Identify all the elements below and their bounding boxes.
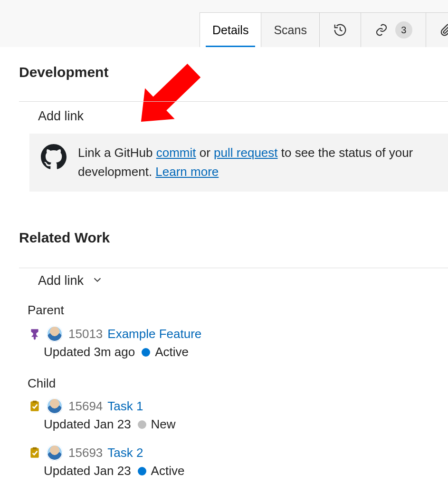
tab-details[interactable]: Details (200, 13, 261, 47)
svg-line-0 (153, 70, 194, 110)
github-icon (41, 144, 67, 172)
work-item-title[interactable]: Task 2 (107, 446, 143, 460)
updated-text: Updated Jan 23 (44, 417, 131, 432)
content-area: Development Add link Link a GitHub commi… (0, 47, 448, 504)
svg-marker-1 (126, 88, 175, 136)
avatar (47, 445, 63, 461)
links-count-badge: 3 (395, 21, 412, 39)
banner-text-1: Link a GitHub (78, 145, 156, 160)
link-commit[interactable]: commit (156, 145, 196, 160)
work-item-title[interactable]: Task 1 (107, 399, 143, 414)
task-icon (29, 400, 41, 412)
tab-attachments[interactable] (426, 13, 448, 47)
link-icon (374, 23, 389, 37)
development-add-link[interactable]: Add link (38, 109, 84, 124)
task-icon (29, 446, 41, 459)
related-item[interactable]: 15694 Task 1 Updated Jan 23 New (29, 398, 438, 432)
svg-rect-2 (30, 401, 38, 411)
github-banner-text: Link a GitHub commit or pull request to … (78, 143, 437, 181)
feature-icon (29, 328, 41, 340)
status-dot (138, 420, 146, 429)
avatar (47, 398, 63, 414)
related-item[interactable]: 15013 Example Feature Updated 3m ago Act… (29, 326, 438, 359)
link-group-parent: Parent (28, 303, 64, 318)
related-add-link-dropdown[interactable]: Add link (38, 273, 103, 288)
tab-history[interactable] (320, 13, 361, 47)
attachment-icon (439, 23, 448, 37)
divider (19, 268, 448, 268)
work-item-id: 15013 (68, 327, 103, 341)
work-item-id: 15694 (68, 399, 103, 414)
link-learn-more[interactable]: Learn more (155, 165, 219, 179)
related-work-heading: Related Work (19, 230, 110, 246)
svg-rect-4 (30, 448, 38, 458)
development-heading: Development (19, 64, 108, 80)
svg-rect-3 (33, 401, 37, 403)
svg-rect-5 (33, 447, 37, 449)
banner-text-2: or (196, 145, 214, 160)
tab-links[interactable]: 3 (361, 13, 426, 47)
related-add-link-label: Add link (38, 273, 84, 288)
chevron-down-icon (92, 273, 103, 288)
state-text: Active (151, 464, 185, 478)
related-item[interactable]: 15693 Task 2 Updated Jan 23 Active (29, 445, 438, 478)
link-group-child: Child (28, 376, 56, 391)
annotation-arrow (123, 51, 218, 138)
work-item-id: 15693 (68, 446, 103, 460)
tab-scans[interactable]: Scans (261, 13, 319, 47)
history-icon (333, 23, 347, 37)
status-dot (138, 467, 146, 475)
link-pull-request[interactable]: pull request (214, 145, 277, 160)
updated-text: Updated Jan 23 (44, 464, 131, 478)
updated-text: Updated 3m ago (44, 345, 135, 359)
work-item-title[interactable]: Example Feature (107, 327, 201, 341)
state-text: Active (155, 345, 189, 359)
github-link-banner: Link a GitHub commit or pull request to … (29, 134, 448, 192)
work-item-tabs: Details Scans 3 (200, 12, 448, 48)
status-dot (142, 348, 150, 357)
state-text: New (151, 417, 176, 432)
avatar (47, 326, 63, 342)
divider (19, 101, 448, 102)
